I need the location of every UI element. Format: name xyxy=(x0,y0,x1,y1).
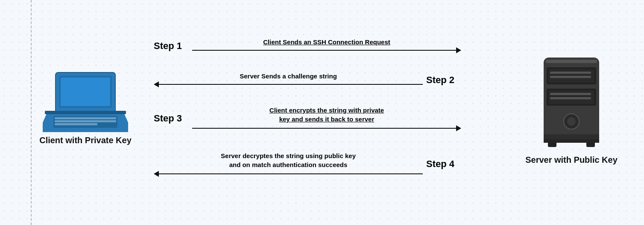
svg-point-20 xyxy=(567,117,576,126)
step2-label: Step 2 xyxy=(423,75,461,86)
svg-rect-15 xyxy=(550,72,591,74)
client-label: Client with Private Key xyxy=(34,136,137,145)
step1-group: Step 1 Client Sends an SSH Connection Re… xyxy=(154,38,461,53)
client-area: Client with Private Key xyxy=(34,68,137,145)
step4-description: Server decryptes the string using public… xyxy=(154,151,423,169)
laptop-icon xyxy=(43,68,128,132)
server-icon xyxy=(537,55,606,149)
step2-description: Server Sends a challenge string xyxy=(154,72,423,80)
step3-label: Step 3 xyxy=(154,113,192,124)
svg-rect-5 xyxy=(55,117,116,119)
svg-rect-18 xyxy=(550,97,591,99)
step2-group: Server Sends a challenge string Step 2 xyxy=(154,72,461,87)
step1-label: Step 1 xyxy=(154,40,192,52)
svg-rect-10 xyxy=(546,60,597,63)
step1-description: Client Sends an SSH Connection Request xyxy=(192,38,461,46)
svg-rect-2 xyxy=(61,78,110,106)
step4-label: Step 4 xyxy=(423,159,461,170)
svg-rect-24 xyxy=(586,142,595,147)
svg-rect-23 xyxy=(548,142,556,147)
svg-rect-16 xyxy=(550,76,591,78)
step4-group: Server decryptes the string using public… xyxy=(154,151,461,177)
svg-rect-8 xyxy=(45,111,126,114)
svg-rect-6 xyxy=(55,120,116,122)
server-area: Server with Public Key xyxy=(524,55,618,165)
svg-rect-7 xyxy=(55,123,97,125)
diagram-container: Client with Private Key xyxy=(0,0,644,225)
step3-description: Client encrypts the string with privatek… xyxy=(192,106,461,124)
step3-group: Step 3 Client encrypts the string with p… xyxy=(154,106,461,131)
left-dashed-line xyxy=(31,0,32,225)
server-label: Server with Public Key xyxy=(524,155,618,165)
svg-rect-17 xyxy=(550,93,591,95)
